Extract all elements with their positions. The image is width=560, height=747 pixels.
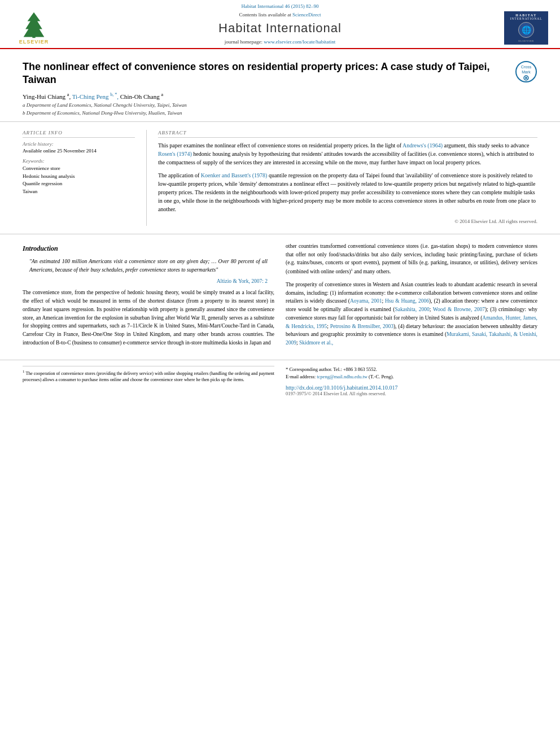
email-info: E-mail address: tcpeng@mail.ndhu.edu.tw … <box>286 373 537 381</box>
doi-link[interactable]: http://dx.doi.org/10.1016/j.habitatint.2… <box>286 385 397 391</box>
svg-text:Cross: Cross <box>521 65 532 69</box>
svg-text:Mark: Mark <box>522 70 531 74</box>
right-body-text: other countries transformed conventional… <box>286 242 537 347</box>
article-info-heading: ARTICLE INFO <box>23 130 135 138</box>
copyright-line: © 2014 Elsevier Ltd. All rights reserved… <box>158 218 537 226</box>
article-title-row: The nonlinear effect of convenience stor… <box>23 60 537 87</box>
article-header: The nonlinear effect of convenience stor… <box>0 49 560 122</box>
abstract-p1: This paper examines the nonlinear effect… <box>158 141 537 167</box>
footnote-1: 1 The cooperation of convenience stores … <box>23 369 274 383</box>
habitat-logo: HABITAT INTERNATIONAL 🌐 ELSEVIER <box>504 11 548 45</box>
keyword-2: Hedonic housing analysis <box>23 173 135 181</box>
doi-line: http://dx.doi.org/10.1016/j.habitatint.2… <box>286 385 537 391</box>
crossmark-badge[interactable]: Cross Mark <box>515 60 537 83</box>
homepage-link[interactable]: www.elsevier.com/locate/habitatint <box>264 39 335 45</box>
rosen-link[interactable]: Rosen's (1974) <box>158 151 192 157</box>
author-2: Ti-Ching Peng b, *, <box>72 93 120 100</box>
keywords-label: Keywords: <box>23 158 135 164</box>
article-footer: 1 The cooperation of convenience stores … <box>0 360 560 402</box>
article-history-label: Article history: <box>23 141 135 147</box>
quote-citation: Altizio & York, 2007: 2 <box>29 278 268 284</box>
aoyama-link[interactable]: Aoyama, 2001 <box>350 298 382 304</box>
keyword-1: Convenience store <box>23 165 135 173</box>
journal-volume-info: Habitat International 46 (2015) 82–90 <box>0 3 560 9</box>
koenker-link[interactable]: Koenker and Bassett's (1978) <box>201 172 268 178</box>
article-info-abstract-section: ARTICLE INFO Article history: Available … <box>0 122 560 234</box>
sciencedirect-notice: Contents lists available at ScienceDirec… <box>239 12 321 18</box>
hsu-link[interactable]: Hsu & Huang, 2006 <box>385 298 429 304</box>
author-3: Chin-Oh Chang a <box>120 93 163 100</box>
journal-header-row: ELSEVIER Contents lists available at Sci… <box>0 11 560 48</box>
intro-blockquote: "An estimated 100 million Americans visi… <box>29 257 268 274</box>
wood-link[interactable]: Wood & Browne, 2007 <box>433 307 485 312</box>
sakashita-link[interactable]: Sakashita, 2000 <box>395 307 429 312</box>
elsevier-tree-graphic <box>20 11 48 38</box>
habitat-logo-area: HABITAT INTERNATIONAL 🌐 ELSEVIER <box>498 11 554 45</box>
journal-title-area: Contents lists available at ScienceDirec… <box>62 11 498 45</box>
amandus-link[interactable]: Amandus, Hunter, James, & Hendricks, 199… <box>286 315 537 329</box>
petrosino-link[interactable]: Petrosino & Brensilber, 2003 <box>330 324 393 329</box>
issn-line: 0197-3975/© 2014 Elsevier Ltd. All right… <box>286 391 537 396</box>
abstract-text: This paper examines the nonlinear effect… <box>158 141 537 226</box>
elsevier-wordmark: ELSEVIER <box>19 39 49 45</box>
email-link[interactable]: tcpeng@mail.ndhu.edu.tw <box>317 374 368 379</box>
affiliation-b: b Department of Economics, National Dong… <box>23 110 537 116</box>
footer-left: 1 The cooperation of convenience stores … <box>23 366 274 396</box>
intro-heading: Introduction <box>23 244 274 253</box>
affiliation-a: a Department of Land Economics, National… <box>23 102 537 108</box>
svg-rect-1 <box>32 35 35 38</box>
author-1: Ying-Hui Chiang a, <box>23 93 72 100</box>
skidmore-link[interactable]: Skidmore et al., <box>299 340 333 346</box>
journal-banner: Habitat International 46 (2015) 82–90 EL… <box>0 0 560 49</box>
andrews-link[interactable]: Andrews's (1964) <box>403 142 443 148</box>
corresponding-author-info: * Corresponding author. Tel.: +886 3 863… <box>286 366 537 381</box>
authors-line: Ying-Hui Chiang a, Ti-Ching Peng b, *, C… <box>23 93 537 101</box>
intro-body-text: The convenience store, from the perspect… <box>23 289 274 347</box>
article-title: The nonlinear effect of convenience stor… <box>23 60 515 87</box>
abstract-column: ABSTRACT This paper examines the nonline… <box>147 130 537 226</box>
keyword-3: Quantile regression <box>23 180 135 188</box>
body-right-column: other countries transformed conventional… <box>286 242 537 352</box>
sciencedirect-link[interactable]: ScienceDirect <box>292 12 321 18</box>
journal-homepage: journal homepage: www.elsevier.com/locat… <box>225 39 335 45</box>
habitat-icon: 🌐 <box>518 22 534 38</box>
svg-marker-0 <box>24 12 45 37</box>
journal-title: Habitat International <box>218 21 342 36</box>
abstract-p2: The application of Koenker and Bassett's… <box>158 171 537 213</box>
body-left-column: Introduction "An estimated 100 million A… <box>23 242 274 352</box>
footer-divider <box>23 366 274 366</box>
corresponding-note: * Corresponding author. Tel.: +886 3 863… <box>286 366 537 374</box>
elsevier-logo-area: ELSEVIER <box>6 11 62 45</box>
page: Habitat International 46 (2015) 82–90 EL… <box>0 0 560 747</box>
article-body: Introduction "An estimated 100 million A… <box>0 234 560 360</box>
keyword-4: Taiwan <box>23 188 135 196</box>
abstract-heading: ABSTRACT <box>158 130 537 138</box>
elsevier-logo: ELSEVIER <box>19 11 49 45</box>
footnote-ref-1: 1 <box>351 268 353 272</box>
article-info-column: ARTICLE INFO Article history: Available … <box>23 130 147 226</box>
footer-right: * Corresponding author. Tel.: +886 3 863… <box>286 366 537 396</box>
tree-icon <box>20 11 48 38</box>
available-online: Available online 25 November 2014 <box>23 148 135 154</box>
